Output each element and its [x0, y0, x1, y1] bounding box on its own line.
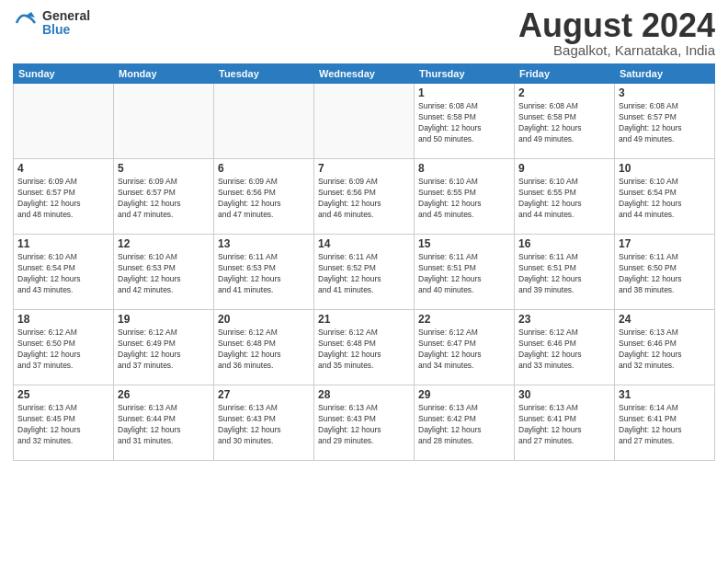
day-number: 16 — [518, 237, 610, 250]
title-location: Bagalkot, Karnataka, India — [518, 42, 715, 58]
day-info: Sunrise: 6:08 AM Sunset: 6:58 PM Dayligh… — [418, 101, 510, 145]
day-number: 23 — [518, 313, 610, 326]
table-row: 11Sunrise: 6:10 AM Sunset: 6:54 PM Dayli… — [14, 235, 114, 310]
day-number: 31 — [619, 388, 711, 401]
day-info: Sunrise: 6:10 AM Sunset: 6:54 PM Dayligh… — [619, 177, 711, 221]
day-number: 1 — [418, 86, 510, 99]
table-row: 23Sunrise: 6:12 AM Sunset: 6:46 PM Dayli… — [515, 310, 615, 385]
day-info: Sunrise: 6:12 AM Sunset: 6:48 PM Dayligh… — [218, 327, 310, 372]
table-row: 29Sunrise: 6:13 AM Sunset: 6:42 PM Dayli… — [415, 385, 515, 461]
table-row: 18Sunrise: 6:12 AM Sunset: 6:50 PM Dayli… — [14, 310, 114, 385]
logo-text: General Blue — [42, 9, 90, 38]
table-row: 17Sunrise: 6:11 AM Sunset: 6:50 PM Dayli… — [615, 235, 715, 310]
table-row — [114, 84, 214, 159]
logo-general-text: General — [42, 9, 90, 23]
col-thursday: Thursday — [415, 64, 515, 84]
table-row: 22Sunrise: 6:12 AM Sunset: 6:47 PM Dayli… — [415, 310, 515, 385]
day-number: 28 — [318, 388, 410, 401]
day-number: 10 — [619, 162, 711, 175]
table-row: 24Sunrise: 6:13 AM Sunset: 6:46 PM Dayli… — [615, 310, 715, 385]
day-number: 29 — [418, 388, 510, 401]
table-row: 28Sunrise: 6:13 AM Sunset: 6:43 PM Dayli… — [314, 385, 415, 461]
day-number: 30 — [518, 388, 610, 401]
col-friday: Friday — [515, 64, 615, 84]
table-row — [214, 84, 314, 159]
day-info: Sunrise: 6:12 AM Sunset: 6:50 PM Dayligh… — [17, 327, 109, 372]
day-info: Sunrise: 6:10 AM Sunset: 6:55 PM Dayligh… — [518, 177, 610, 221]
day-number: 24 — [619, 313, 711, 326]
calendar-header-row: Sunday Monday Tuesday Wednesday Thursday… — [14, 64, 715, 84]
day-number: 2 — [518, 86, 610, 99]
calendar-week-row: 4Sunrise: 6:09 AM Sunset: 6:57 PM Daylig… — [14, 159, 715, 235]
table-row: 14Sunrise: 6:11 AM Sunset: 6:52 PM Dayli… — [314, 235, 415, 310]
table-row: 7Sunrise: 6:09 AM Sunset: 6:56 PM Daylig… — [314, 159, 415, 235]
day-number: 25 — [17, 388, 109, 401]
day-number: 26 — [118, 388, 210, 401]
day-number: 22 — [418, 313, 510, 326]
calendar: Sunday Monday Tuesday Wednesday Thursday… — [13, 63, 715, 461]
table-row: 4Sunrise: 6:09 AM Sunset: 6:57 PM Daylig… — [14, 159, 114, 235]
calendar-week-row: 11Sunrise: 6:10 AM Sunset: 6:54 PM Dayli… — [14, 235, 715, 310]
table-row: 25Sunrise: 6:13 AM Sunset: 6:45 PM Dayli… — [14, 385, 114, 461]
day-info: Sunrise: 6:14 AM Sunset: 6:41 PM Dayligh… — [619, 403, 711, 447]
day-number: 3 — [619, 86, 711, 99]
day-number: 7 — [318, 162, 410, 175]
col-saturday: Saturday — [615, 64, 715, 84]
table-row: 15Sunrise: 6:11 AM Sunset: 6:51 PM Dayli… — [415, 235, 515, 310]
col-wednesday: Wednesday — [314, 64, 415, 84]
day-info: Sunrise: 6:12 AM Sunset: 6:46 PM Dayligh… — [518, 327, 610, 372]
table-row: 16Sunrise: 6:11 AM Sunset: 6:51 PM Dayli… — [515, 235, 615, 310]
page: General Blue August 2024 Bagalkot, Karna… — [0, 0, 728, 563]
day-number: 19 — [118, 313, 210, 326]
calendar-week-row: 1Sunrise: 6:08 AM Sunset: 6:58 PM Daylig… — [14, 84, 715, 159]
title-block: August 2024 Bagalkot, Karnataka, India — [518, 9, 715, 58]
table-row: 5Sunrise: 6:09 AM Sunset: 6:57 PM Daylig… — [114, 159, 214, 235]
day-info: Sunrise: 6:09 AM Sunset: 6:56 PM Dayligh… — [318, 177, 410, 221]
day-info: Sunrise: 6:09 AM Sunset: 6:57 PM Dayligh… — [118, 177, 210, 221]
table-row — [314, 84, 415, 159]
day-info: Sunrise: 6:13 AM Sunset: 6:43 PM Dayligh… — [318, 403, 410, 447]
day-info: Sunrise: 6:10 AM Sunset: 6:54 PM Dayligh… — [17, 252, 109, 296]
day-info: Sunrise: 6:10 AM Sunset: 6:53 PM Dayligh… — [118, 252, 210, 296]
day-info: Sunrise: 6:11 AM Sunset: 6:51 PM Dayligh… — [418, 252, 510, 296]
day-info: Sunrise: 6:12 AM Sunset: 6:48 PM Dayligh… — [318, 327, 410, 372]
table-row: 13Sunrise: 6:11 AM Sunset: 6:53 PM Dayli… — [214, 235, 314, 310]
calendar-week-row: 25Sunrise: 6:13 AM Sunset: 6:45 PM Dayli… — [14, 385, 715, 461]
table-row: 3Sunrise: 6:08 AM Sunset: 6:57 PM Daylig… — [615, 84, 715, 159]
day-info: Sunrise: 6:11 AM Sunset: 6:52 PM Dayligh… — [318, 252, 410, 296]
day-number: 9 — [518, 162, 610, 175]
day-number: 8 — [418, 162, 510, 175]
day-number: 17 — [619, 237, 711, 250]
table-row: 6Sunrise: 6:09 AM Sunset: 6:56 PM Daylig… — [214, 159, 314, 235]
day-number: 13 — [218, 237, 310, 250]
day-number: 5 — [118, 162, 210, 175]
table-row: 10Sunrise: 6:10 AM Sunset: 6:54 PM Dayli… — [615, 159, 715, 235]
logo-blue-text: Blue — [42, 23, 90, 37]
calendar-week-row: 18Sunrise: 6:12 AM Sunset: 6:50 PM Dayli… — [14, 310, 715, 385]
day-info: Sunrise: 6:08 AM Sunset: 6:58 PM Dayligh… — [518, 101, 610, 145]
day-info: Sunrise: 6:09 AM Sunset: 6:57 PM Dayligh… — [17, 177, 109, 221]
day-number: 21 — [318, 313, 410, 326]
day-number: 4 — [17, 162, 109, 175]
logo-icon — [13, 10, 39, 36]
day-number: 20 — [218, 313, 310, 326]
table-row: 26Sunrise: 6:13 AM Sunset: 6:44 PM Dayli… — [114, 385, 214, 461]
col-sunday: Sunday — [14, 64, 114, 84]
day-info: Sunrise: 6:08 AM Sunset: 6:57 PM Dayligh… — [619, 101, 711, 145]
col-monday: Monday — [114, 64, 214, 84]
day-info: Sunrise: 6:13 AM Sunset: 6:44 PM Dayligh… — [118, 403, 210, 447]
title-month: August 2024 — [518, 9, 715, 42]
col-tuesday: Tuesday — [214, 64, 314, 84]
day-info: Sunrise: 6:11 AM Sunset: 6:51 PM Dayligh… — [518, 252, 610, 296]
day-info: Sunrise: 6:10 AM Sunset: 6:55 PM Dayligh… — [418, 177, 510, 221]
table-row: 20Sunrise: 6:12 AM Sunset: 6:48 PM Dayli… — [214, 310, 314, 385]
table-row: 27Sunrise: 6:13 AM Sunset: 6:43 PM Dayli… — [214, 385, 314, 461]
day-info: Sunrise: 6:11 AM Sunset: 6:53 PM Dayligh… — [218, 252, 310, 296]
table-row: 1Sunrise: 6:08 AM Sunset: 6:58 PM Daylig… — [415, 84, 515, 159]
day-info: Sunrise: 6:13 AM Sunset: 6:45 PM Dayligh… — [17, 403, 109, 447]
day-info: Sunrise: 6:13 AM Sunset: 6:46 PM Dayligh… — [619, 327, 711, 372]
table-row: 31Sunrise: 6:14 AM Sunset: 6:41 PM Dayli… — [615, 385, 715, 461]
day-number: 18 — [17, 313, 109, 326]
day-info: Sunrise: 6:12 AM Sunset: 6:47 PM Dayligh… — [418, 327, 510, 372]
table-row: 2Sunrise: 6:08 AM Sunset: 6:58 PM Daylig… — [515, 84, 615, 159]
